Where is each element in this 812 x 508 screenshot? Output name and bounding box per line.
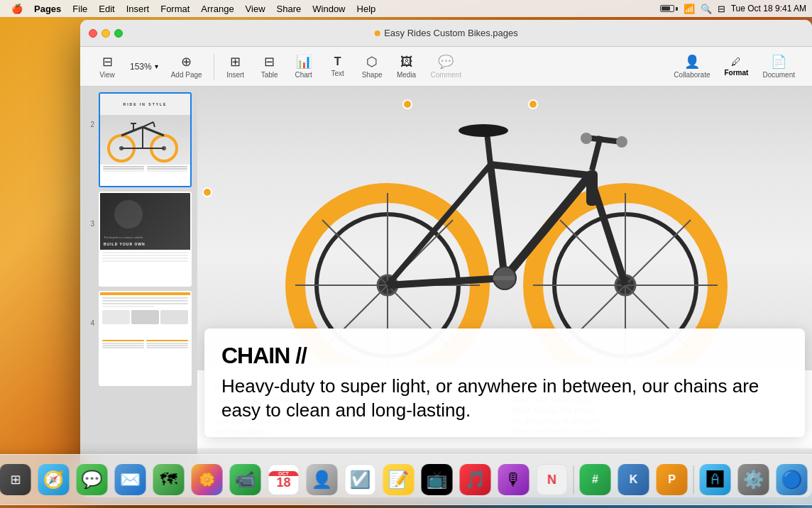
dock-news[interactable]: N [534, 461, 571, 498]
svg-rect-41 [586, 170, 598, 206]
notes-icon: 📝 [383, 464, 415, 495]
media-icon: 🖼 [400, 55, 413, 70]
dock-reminders[interactable]: ☑️ [342, 461, 379, 498]
apple-menu[interactable]: 🍎 [6, 0, 28, 17]
dock-podcasts[interactable]: 🎙 [495, 461, 532, 498]
dock-numbers[interactable]: # [577, 461, 614, 498]
add-page-icon: ⊕ [181, 54, 192, 70]
menu-file[interactable]: File [67, 0, 93, 17]
anchor-dot-seat [402, 99, 412, 109]
search-icon[interactable]: 🔍 [701, 4, 712, 14]
collaborate-button[interactable]: 👤 Collaborate [668, 51, 715, 82]
media-button[interactable]: 🖼 Media [391, 52, 422, 82]
canvas-area[interactable]: CHAIN // Heavy-duty to super light, or a… [197, 87, 812, 497]
bike-svg-container [197, 87, 812, 370]
dock-calendar[interactable]: OCT 18 [265, 461, 302, 498]
dock-privacy[interactable]: 🔵 [774, 461, 811, 498]
chart-label: Chart [295, 71, 312, 79]
zoom-button[interactable] [114, 29, 123, 38]
menu-edit[interactable]: Edit [93, 0, 120, 17]
insert-icon: ⊞ [230, 54, 241, 70]
comment-label: Comment [431, 71, 461, 79]
pages-icon: P [657, 464, 688, 495]
dock-mail[interactable]: ✉️ [112, 461, 149, 498]
document-button[interactable]: 📄 Document [757, 51, 801, 82]
minimize-button[interactable] [102, 29, 110, 38]
table-label: Table [261, 71, 278, 79]
chart-button[interactable]: 📊 Chart [288, 51, 319, 82]
pages-window: Easy Rides Custom Bikes.pages ⊟ View 153… [80, 20, 812, 497]
page-thumb-4[interactable]: 4 [86, 291, 192, 386]
menu-arrange[interactable]: Arrange [195, 0, 239, 17]
page-thumbnail-2[interactable]: RIDE IN STYLE [99, 92, 192, 187]
document-icon: 📄 [771, 54, 786, 70]
document-page: CHAIN // Heavy-duty to super light, or a… [197, 87, 812, 497]
dock-safari[interactable]: 🧭 [35, 461, 72, 498]
chart-icon: 📊 [296, 54, 312, 70]
dock-settings[interactable]: ⚙️ [735, 461, 772, 498]
dock-music[interactable]: 🎵 [457, 461, 494, 498]
document-dot [374, 31, 380, 36]
view-button[interactable]: ⊟ View [92, 51, 123, 82]
format-label: Format [725, 69, 749, 77]
dock-appstore[interactable]: 🅰 [697, 461, 734, 498]
messages-icon: 💬 [77, 464, 108, 495]
dock-photos[interactable]: 🌼 [189, 461, 226, 498]
main-area: 2 RIDE IN STYLE [80, 87, 812, 497]
title-bar: Easy Rides Custom Bikes.pages [80, 20, 812, 47]
page-thumbnail-4[interactable] [99, 291, 192, 386]
close-button[interactable] [89, 29, 97, 38]
tooltip-title: CHAIN // [221, 343, 788, 369]
dock: 🗂 ⊞ 🧭 💬 ✉️ 🗺 🌼 📹 OCT 18 👤 ☑️ 📝 📺 🎵 [0, 454, 812, 505]
apple-icon: 🍎 [11, 4, 23, 14]
page-sidebar[interactable]: 2 RIDE IN STYLE [80, 87, 197, 497]
table-button[interactable]: ⊟ Table [254, 51, 285, 82]
svg-point-47 [459, 124, 508, 137]
dock-facetime[interactable]: 📹 [227, 461, 264, 498]
launchpad-icon: ⊞ [0, 464, 31, 495]
svg-point-44 [581, 133, 592, 144]
settings-icon: ⚙️ [738, 464, 769, 495]
comment-button[interactable]: 💬 Comment [425, 51, 467, 82]
traffic-lights [89, 29, 123, 38]
text-button[interactable]: T Text [322, 53, 353, 80]
dock-keynote[interactable]: K [615, 461, 652, 498]
page-num-4: 4 [86, 319, 94, 327]
page-thumb-3[interactable]: 3 BUILD YOUR OWN The bicycle is a curiou… [86, 192, 192, 287]
menu-help[interactable]: Help [351, 0, 382, 17]
svg-line-33 [625, 220, 691, 285]
format-button[interactable]: 🖊 Format [719, 53, 755, 79]
collaborate-icon: 👤 [684, 54, 700, 70]
dock-notes[interactable]: 📝 [380, 461, 417, 498]
menu-window[interactable]: Window [307, 0, 351, 17]
dock-launchpad[interactable]: ⊞ [0, 461, 34, 498]
view-icon: ⊟ [102, 54, 113, 70]
shape-icon: ⬡ [366, 54, 378, 70]
app-name[interactable]: Pages [28, 0, 67, 17]
add-page-button[interactable]: ⊕ Add Page [165, 51, 208, 82]
dock-tv[interactable]: 📺 [419, 461, 456, 498]
menu-share[interactable]: Share [271, 0, 307, 17]
zoom-control[interactable]: 153% ▾ [126, 59, 163, 74]
comment-icon: 💬 [438, 54, 454, 70]
svg-line-36 [490, 165, 505, 278]
dock-contacts[interactable]: 👤 [304, 461, 341, 498]
podcasts-icon: 🎙 [498, 464, 530, 495]
page-thumb-2[interactable]: 2 RIDE IN STYLE [86, 92, 192, 187]
page-num-3: 3 [86, 220, 94, 228]
svg-line-5 [143, 127, 164, 136]
control-center-icon[interactable]: ⊟ [718, 4, 725, 14]
menu-format[interactable]: Format [155, 0, 195, 17]
insert-button[interactable]: ⊞ Insert [220, 51, 251, 82]
menu-insert[interactable]: Insert [121, 0, 155, 17]
dock-messages[interactable]: 💬 [74, 461, 111, 498]
calendar-icon: OCT 18 [268, 464, 300, 495]
mail-icon: ✉️ [115, 464, 146, 495]
bike-image [197, 87, 812, 370]
dock-maps[interactable]: 🗺 [150, 461, 187, 498]
contacts-icon: 👤 [307, 464, 338, 495]
menu-view[interactable]: View [240, 0, 271, 17]
shape-button[interactable]: ⬡ Shape [356, 51, 388, 82]
dock-pages[interactable]: P [654, 461, 691, 498]
page-thumbnail-3[interactable]: BUILD YOUR OWN The bicycle is a curious … [99, 192, 192, 287]
